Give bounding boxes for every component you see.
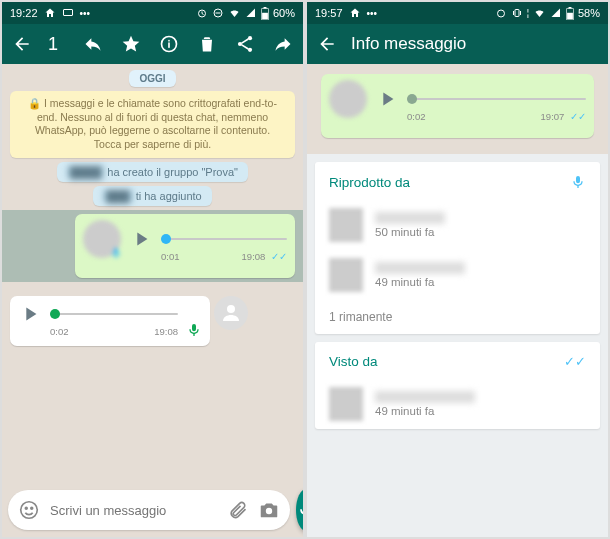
svg-point-15: [497, 10, 504, 17]
message-preview: 0:02 19:07 ✓✓: [321, 74, 594, 138]
voice-message-in[interactable]: 0:02 19:08: [10, 294, 295, 348]
wifi-icon: [533, 7, 546, 19]
read-ticks-icon: ✓✓: [564, 354, 586, 369]
encryption-notice[interactable]: 🔒 I messaggi e le chiamate sono crittogr…: [10, 91, 295, 158]
alarm-icon: [495, 7, 507, 19]
seen-time: 49 minuti fa: [375, 405, 475, 417]
svg-rect-16: [515, 10, 519, 17]
reply-icon[interactable]: [83, 34, 103, 54]
more-icon: •••: [80, 8, 91, 19]
vibrate-icon: [511, 7, 523, 19]
contact-avatar[interactable]: [214, 296, 248, 330]
message-input-wrap[interactable]: [8, 490, 290, 530]
more-icon: •••: [367, 8, 378, 19]
avatar: [329, 208, 363, 242]
dnd-icon: [212, 7, 224, 19]
share-icon[interactable]: [235, 34, 255, 54]
list-item[interactable]: 49 minuti fa: [315, 379, 600, 429]
audio-track[interactable]: 0:01 19:08 ✓✓: [161, 230, 287, 248]
list-item[interactable]: 49 minuti fa: [315, 250, 600, 300]
sender-avatar: [329, 80, 367, 118]
signal-icon: [550, 7, 562, 19]
signal-icon: [245, 7, 257, 19]
person-name: [375, 262, 465, 274]
back-icon[interactable]: [12, 34, 32, 54]
message-info-screen: 19:57 ••• ¦ 58% Info messaggio: [307, 2, 608, 537]
audio-track[interactable]: 0:02 19:08: [50, 305, 178, 323]
star-icon[interactable]: [121, 34, 141, 54]
info-body[interactable]: 0:02 19:07 ✓✓ Riprodotto da 50 minuti fa: [307, 64, 608, 537]
seen-heading: Visto da: [329, 354, 378, 369]
audio-position: 0:01: [161, 251, 180, 262]
svg-rect-5: [262, 12, 268, 19]
page-title: Info messaggio: [351, 34, 598, 54]
voice-message-out[interactable]: 0:01 19:08 ✓✓: [2, 210, 303, 282]
cast-icon: [62, 7, 74, 19]
system-message-added: ███ ti ha aggiunto: [93, 186, 212, 206]
play-button[interactable]: [375, 87, 399, 111]
status-bar: 19:57 ••• ¦ 58%: [307, 2, 608, 24]
home-icon: [44, 7, 56, 19]
message-time: 19:07: [541, 111, 565, 122]
battery-icon: [566, 7, 574, 20]
audio-track[interactable]: 0:02 19:07 ✓✓: [407, 90, 586, 108]
svg-rect-0: [63, 10, 72, 16]
play-button[interactable]: [129, 227, 153, 251]
person-name: [375, 391, 475, 403]
svg-rect-18: [569, 7, 572, 8]
emoji-icon[interactable]: [18, 499, 40, 521]
delete-icon[interactable]: [197, 34, 217, 54]
attach-icon[interactable]: [228, 500, 248, 520]
remaining-count[interactable]: 1 rimanente: [315, 300, 600, 334]
battery-pct: 58%: [578, 7, 600, 19]
audio-position: 0:02: [50, 326, 69, 337]
avatar: [329, 387, 363, 421]
svg-rect-19: [567, 12, 573, 19]
played-heading: Riprodotto da: [329, 175, 410, 190]
date-chip: OGGI: [129, 70, 175, 87]
audio-position: 0:02: [407, 111, 426, 122]
system-message-created: ████ ha creato il gruppo "Prova": [57, 162, 248, 182]
mic-button[interactable]: [296, 489, 303, 531]
back-icon[interactable]: [317, 34, 337, 54]
battery-icon: [261, 7, 269, 20]
play-button[interactable]: [18, 302, 42, 326]
read-ticks-icon: ✓✓: [567, 111, 586, 122]
mic-indicator-icon: [109, 246, 123, 260]
list-item[interactable]: 50 minuti fa: [315, 200, 600, 250]
wifi-icon: [228, 7, 241, 19]
home-icon: [349, 7, 361, 19]
played-by-card: Riprodotto da 50 minuti fa 49 minuti fa …: [315, 162, 600, 334]
selection-count: 1: [48, 34, 73, 55]
played-time: 50 minuti fa: [375, 226, 445, 238]
svg-point-10: [227, 305, 235, 313]
message-time: 19:08: [242, 251, 266, 262]
info-toolbar: Info messaggio: [307, 24, 608, 64]
chat-body[interactable]: OGGI 🔒 I messaggi e le chiamate sono cri…: [2, 64, 303, 483]
mic-played-icon: [570, 174, 586, 190]
svg-point-11: [21, 502, 38, 519]
message-input[interactable]: [50, 503, 218, 518]
person-name: [375, 212, 445, 224]
battery-pct: 60%: [273, 7, 295, 19]
seen-by-card: Visto da ✓✓ 49 minuti fa: [315, 342, 600, 429]
svg-rect-4: [264, 7, 267, 8]
status-bar: 19:22 ••• 60%: [2, 2, 303, 24]
sender-avatar: [83, 220, 121, 258]
info-icon[interactable]: [159, 34, 179, 54]
forward-icon[interactable]: [273, 34, 293, 54]
alarm-icon: [196, 7, 208, 19]
status-time: 19:57: [315, 7, 343, 19]
read-ticks-icon: ✓✓: [268, 251, 287, 262]
composer: [2, 483, 303, 537]
message-time: 19:08: [154, 326, 178, 337]
status-time: 19:22: [10, 7, 38, 19]
svg-point-13: [31, 507, 33, 509]
played-time: 49 minuti fa: [375, 276, 465, 288]
selection-toolbar: 1: [2, 24, 303, 64]
svg-point-12: [25, 507, 27, 509]
camera-icon[interactable]: [258, 499, 280, 521]
chat-screen: 19:22 ••• 60% 1 OGGI 🔒 I messaggi e le c: [2, 2, 303, 537]
avatar: [329, 258, 363, 292]
svg-point-14: [266, 508, 272, 514]
